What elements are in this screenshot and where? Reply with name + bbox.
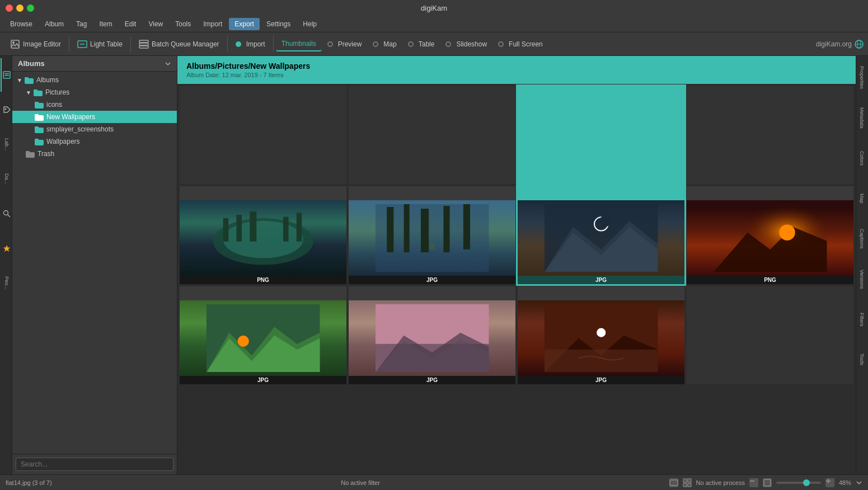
thumbnails-area: PNG J: [177, 84, 856, 474]
sidebar-item-icons[interactable]: icons: [12, 98, 177, 111]
svg-rect-35: [250, 211, 256, 242]
toolbar-fullscreen[interactable]: Full Screen: [492, 37, 548, 51]
right-tab-properties[interactable]: Properties: [857, 58, 868, 97]
svg-rect-73: [828, 479, 829, 483]
status-zoom: 48%: [839, 479, 851, 486]
svg-rect-67: [688, 479, 691, 482]
toolbar-import[interactable]: Import: [230, 37, 271, 51]
sidebar-dropdown-icon[interactable]: [165, 60, 171, 67]
search-input[interactable]: [16, 458, 173, 471]
sidebar-tree: ▼ Albums ▼ Pictures icons New Wall: [12, 72, 177, 454]
sidebar-item-trash[interactable]: Trash: [12, 148, 177, 160]
status-icon-fit[interactable]: [763, 478, 772, 487]
left-tab-people[interactable]: Peo...: [1, 266, 12, 300]
right-tab-map[interactable]: Map: [857, 179, 868, 218]
toolbar-batch-queue[interactable]: Batch Queue Manager: [133, 36, 225, 52]
right-tab-metadata[interactable]: Metadata: [857, 98, 868, 138]
svg-rect-42: [443, 206, 449, 252]
sidebar-item-albums-root[interactable]: ▼ Albums: [12, 74, 177, 86]
sidebar-item-smplayer[interactable]: smplayer_screenshots: [12, 123, 177, 135]
left-tab-albums[interactable]: [1, 58, 12, 92]
thumb-cell-empty-1[interactable]: [180, 86, 346, 184]
svg-rect-4: [139, 40, 148, 43]
toolbar-slideshow[interactable]: Slideshow: [440, 37, 492, 51]
status-icon-plus[interactable]: [825, 478, 834, 487]
svg-rect-37: [297, 213, 302, 241]
thumb-cell-7[interactable]: JPG: [518, 286, 684, 384]
left-tab-dates[interactable]: Da...: [1, 162, 12, 196]
menu-import[interactable]: Import: [198, 18, 228, 30]
import-indicator: [236, 41, 241, 47]
menu-tag[interactable]: Tag: [71, 18, 92, 30]
digikam-org-link[interactable]: digiKam.org: [816, 40, 864, 49]
menu-album[interactable]: Album: [39, 18, 69, 30]
menu-view[interactable]: View: [143, 18, 168, 30]
maximize-button[interactable]: [27, 4, 34, 12]
thumb-cell-empty-3[interactable]: [687, 86, 853, 184]
status-filter: No active filter: [58, 479, 664, 486]
thumb-cell-3-selected[interactable]: JPG: [518, 186, 684, 284]
close-button[interactable]: [6, 4, 13, 12]
left-tab-search[interactable]: [1, 197, 12, 230]
thumb-cell-4[interactable]: PNG: [687, 186, 853, 284]
toolbar-map[interactable]: Map: [367, 37, 402, 51]
menu-settings[interactable]: Settings: [261, 18, 296, 30]
status-icon-minus[interactable]: [749, 478, 758, 487]
menu-tools[interactable]: Tools: [170, 18, 196, 30]
svg-rect-69: [688, 483, 691, 487]
toolbar-light-table[interactable]: Light Table: [72, 36, 128, 52]
thumb-image-1: [180, 200, 346, 276]
sidebar-item-pictures[interactable]: ▼ Pictures: [12, 86, 177, 98]
toolbar-preview[interactable]: Preview: [322, 37, 368, 51]
sidebar-title: Albums: [18, 59, 45, 68]
thumb-cell-empty-2[interactable]: [349, 86, 515, 184]
svg-rect-70: [750, 480, 754, 482]
svg-point-13: [4, 109, 6, 110]
thumb-cell-6[interactable]: JPG: [349, 286, 515, 384]
menu-browse[interactable]: Browse: [4, 18, 38, 30]
left-tab-tags[interactable]: [1, 93, 12, 126]
menu-export[interactable]: Export: [229, 18, 260, 30]
thumb-cell-selected-empty[interactable]: [518, 86, 684, 184]
svg-rect-57: [376, 304, 489, 344]
search-tab-icon: [3, 210, 11, 218]
right-tab-captions[interactable]: Captions: [857, 219, 868, 258]
window-controls: [6, 4, 34, 12]
svg-rect-33: [223, 218, 228, 242]
thumb-label-5: JPG: [180, 376, 346, 384]
svg-rect-66: [683, 479, 687, 482]
left-tab-labels[interactable]: Lab...: [1, 128, 12, 161]
toolbar-thumbnails[interactable]: Thumbnails: [276, 37, 322, 51]
menu-item[interactable]: Item: [93, 18, 118, 30]
right-tab-versions[interactable]: Versions: [857, 260, 868, 299]
sidebar-item-wallpapers[interactable]: Wallpapers: [12, 135, 177, 148]
thumb-cell-2[interactable]: JPG: [349, 186, 515, 284]
toolbar-sep-4: [273, 36, 274, 52]
status-icon-1[interactable]: [669, 478, 678, 487]
batch-queue-icon: [139, 39, 149, 49]
zoom-slider[interactable]: [776, 482, 821, 484]
thumb-cell-empty-4[interactable]: [687, 286, 853, 384]
menu-edit[interactable]: Edit: [119, 18, 142, 30]
svg-rect-30: [26, 151, 30, 153]
status-dropdown-icon[interactable]: [856, 479, 862, 486]
toolbar-image-editor[interactable]: Image Editor: [4, 36, 67, 52]
thumbnail-grid: PNG J: [180, 86, 853, 384]
toolbar-table[interactable]: Table: [402, 37, 440, 51]
thumb-cell-1[interactable]: PNG: [180, 186, 346, 284]
thumb-cell-5[interactable]: JPG: [180, 286, 346, 384]
menubar: Browse Album Tag Item Edit View Tools Im…: [0, 16, 868, 32]
right-tab-tools[interactable]: Tools: [857, 340, 868, 379]
thumb-label-1: PNG: [180, 276, 346, 284]
minimize-button[interactable]: [16, 4, 24, 12]
left-tab-similar[interactable]: [1, 232, 12, 265]
pictures-folder-icon: [34, 89, 43, 96]
right-tab-colors[interactable]: Colors: [857, 139, 868, 178]
fullscreen-indicator: [498, 41, 504, 47]
menu-help[interactable]: Help: [297, 18, 322, 30]
right-tab-filters[interactable]: Filters: [857, 300, 868, 339]
sidebar-item-new-wallpapers[interactable]: New Wallpapers: [12, 111, 177, 123]
preview-indicator: [327, 41, 333, 47]
svg-rect-11: [4, 73, 9, 74]
status-icon-2[interactable]: [683, 478, 692, 487]
